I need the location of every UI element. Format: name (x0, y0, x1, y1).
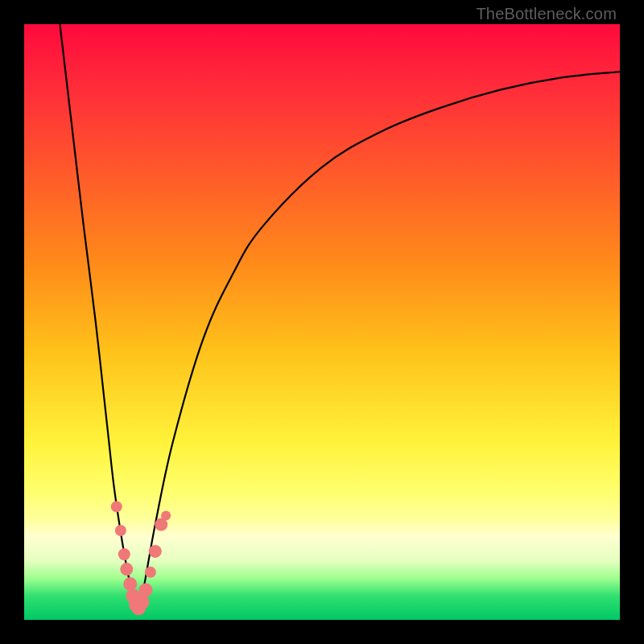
data-dot (149, 545, 162, 558)
data-dot (123, 577, 137, 591)
data-dot (115, 525, 126, 536)
data-dot (138, 584, 152, 597)
data-dot (161, 511, 171, 521)
data-dot (145, 567, 156, 578)
data-dot (135, 595, 150, 609)
attribution-text: TheBottleneck.com (476, 5, 617, 23)
bottleneck-curve-right (138, 72, 620, 613)
data-dots-group (111, 501, 171, 615)
bottleneck-curve-left (60, 24, 137, 614)
chart-svg (24, 24, 620, 620)
plot-area (24, 24, 620, 620)
chart-frame: TheBottleneck.com (0, 0, 644, 644)
data-dot (111, 501, 122, 512)
data-dot (118, 548, 130, 560)
data-dot (120, 563, 133, 576)
